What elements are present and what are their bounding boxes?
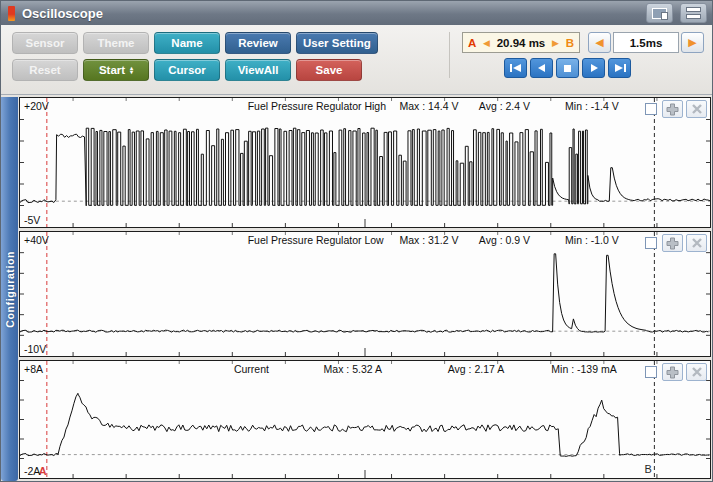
start-button[interactable]: Start▴▾ — [83, 59, 149, 81]
title-bar: Oscilloscope — [1, 1, 712, 25]
channel-zoom-button[interactable] — [662, 100, 683, 118]
close-icon — [691, 103, 703, 115]
toolbar-right: A ◀ 20.94 ms ▶ B ◀ 1.5ms ▶ — [449, 32, 704, 78]
channel-checkbox[interactable] — [645, 103, 657, 115]
cursor-b-bottom-label: B — [644, 463, 651, 475]
channel-avg: Avg : 0.9 V — [479, 234, 530, 246]
close-icon — [691, 366, 703, 378]
scale-bottom-label: -10V — [24, 343, 46, 355]
channel-panel-1: Fuel Pressure Regulator HighMax : 14.4 V… — [19, 97, 711, 228]
capture-button[interactable] — [646, 3, 673, 23]
save-button[interactable]: Save — [296, 59, 362, 81]
skip-end-icon — [611, 61, 629, 75]
window-title: Oscilloscope — [22, 6, 103, 21]
scale-top-label: +40V — [24, 234, 49, 246]
button-label: Review — [238, 37, 278, 49]
channel-close-button[interactable] — [686, 234, 707, 252]
channel-avg: Avg : 2.17 A — [448, 363, 504, 375]
channel-checkbox[interactable] — [645, 366, 657, 378]
channel-controls — [645, 234, 707, 252]
ab-cursor-readout: A ◀ 20.94 ms ▶ B — [462, 32, 580, 53]
button-label: Sensor — [26, 37, 65, 49]
app-icon — [8, 6, 15, 21]
channel-avg: Avg : 2.4 V — [479, 100, 530, 112]
button-label: Name — [171, 37, 202, 49]
button-label: Save — [316, 64, 343, 76]
plus-icon — [666, 103, 679, 116]
channel-controls — [645, 363, 707, 381]
channel-close-button[interactable] — [686, 100, 707, 118]
cursor-b-label: B — [566, 37, 574, 49]
toolbar: SensorThemeNameReviewUser SettingResetSt… — [1, 25, 712, 95]
split-layout-button[interactable] — [680, 3, 707, 23]
reset-button[interactable]: Reset — [12, 59, 78, 81]
channel-close-button[interactable] — [686, 363, 707, 381]
ab-time-value: 20.94 ms — [497, 37, 546, 49]
stop-button[interactable] — [556, 58, 579, 78]
button-label: Reset — [29, 64, 60, 76]
channel-name: Current — [234, 363, 269, 375]
cursor-b-arrow-icon[interactable]: ▶ — [552, 38, 559, 48]
channel-panel-3: ABCurrentMax : 5.32 AAvg : 2.17 AMin : -… — [19, 360, 711, 479]
scale-bottom-label: -5V — [24, 214, 40, 226]
channel-max: Max : 5.32 A — [324, 363, 382, 375]
channel-name: Fuel Pressure Regulator Low — [248, 234, 384, 246]
oscilloscope-window: Oscilloscope SensorThemeNameReviewUser S… — [0, 0, 713, 482]
waveform-plot-3[interactable]: AB — [20, 361, 710, 478]
skip-end-button[interactable] — [608, 58, 631, 78]
timebase-value: 1.5ms — [613, 32, 679, 53]
toolbar-buttons: SensorThemeNameReviewUser SettingResetSt… — [12, 32, 378, 81]
channel-checkbox[interactable] — [645, 237, 657, 249]
playback-controls — [504, 58, 704, 78]
waveform-plot-1[interactable] — [20, 98, 710, 227]
channel-zoom-button[interactable] — [662, 363, 683, 381]
stop-icon — [559, 61, 577, 75]
channel-min: Min : -1.4 V — [565, 100, 619, 112]
configuration-tab-label: Configuration — [4, 251, 16, 328]
timebase-decrease-button[interactable]: ◀ — [588, 32, 611, 53]
split-layout-icon — [686, 7, 701, 19]
scale-top-label: +20V — [24, 100, 49, 112]
channel-name: Fuel Pressure Regulator High — [248, 100, 386, 112]
plus-icon — [666, 237, 679, 250]
main-area: Configuration Fuel Pressure Regulator Hi… — [1, 95, 712, 481]
cursor-button[interactable]: Cursor — [154, 59, 220, 81]
step-back-button[interactable] — [530, 58, 553, 78]
button-label: Start — [99, 64, 125, 76]
cursor-a-label: A — [468, 37, 476, 49]
timebase-increase-button[interactable]: ▶ — [681, 32, 704, 53]
play-button[interactable] — [582, 58, 605, 78]
configuration-tab[interactable]: Configuration — [1, 97, 18, 481]
channel-max: Max : 14.4 V — [400, 100, 459, 112]
channel-panels: Fuel Pressure Regulator HighMax : 14.4 V… — [19, 97, 711, 481]
plus-icon — [666, 366, 679, 379]
channel-panel-2: Fuel Pressure Regulator LowMax : 31.2 VA… — [19, 231, 711, 357]
play-icon — [585, 61, 603, 75]
channel-zoom-button[interactable] — [662, 234, 683, 252]
user-setting-button[interactable]: User Setting — [296, 32, 378, 54]
button-label: ViewAll — [238, 64, 279, 76]
waveform-plot-2[interactable] — [20, 232, 710, 356]
skip-start-icon — [507, 61, 525, 75]
button-label: Cursor — [168, 64, 206, 76]
step-back-icon — [533, 61, 551, 75]
timebase-control: ◀ 1.5ms ▶ — [588, 32, 704, 53]
close-icon — [691, 237, 703, 249]
button-label: User Setting — [303, 37, 371, 49]
channel-max: Max : 31.2 V — [400, 234, 459, 246]
scale-bottom-label: -2A — [24, 465, 40, 477]
start-spinner-icon[interactable]: ▴▾ — [130, 66, 133, 74]
skip-start-button[interactable] — [504, 58, 527, 78]
review-button[interactable]: Review — [225, 32, 291, 54]
capture-icon — [652, 8, 667, 19]
channel-controls — [645, 100, 707, 118]
channel-min: Min : -1.0 V — [565, 234, 619, 246]
sensor-button[interactable]: Sensor — [12, 32, 78, 54]
cursor-a-arrow-icon[interactable]: ◀ — [483, 38, 490, 48]
scale-top-label: +8A — [24, 363, 43, 375]
theme-button[interactable]: Theme — [83, 32, 149, 54]
button-label: Theme — [97, 37, 134, 49]
channel-min: Min : -139 mA — [551, 363, 616, 375]
viewall-button[interactable]: ViewAll — [225, 59, 291, 81]
name-button[interactable]: Name — [154, 32, 220, 54]
